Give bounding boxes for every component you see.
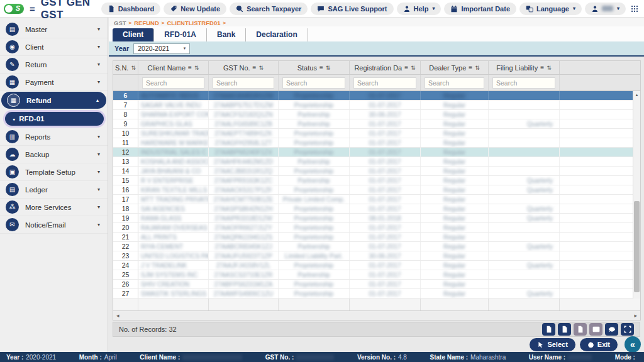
- sort-icon[interactable]: ⇅: [475, 65, 480, 71]
- sidebar-item-rfd-01[interactable]: ●RFD-01: [5, 112, 104, 126]
- sidebar-item-reports[interactable]: ▥Reports▾: [0, 128, 108, 146]
- row-sn: 20: [113, 223, 138, 232]
- search-input-dealer-type[interactable]: [425, 77, 484, 89]
- column-header-gst-no[interactable]: GST No.≡⇅: [209, 61, 279, 74]
- table-row[interactable]: 25SJM SYSTEMS INC27AASCS3710E1ZRPartners…: [113, 270, 633, 280]
- tab-declaration[interactable]: Declaration: [246, 28, 308, 41]
- table-row[interactable]: 13KOSHALA AND ASSOCI27AAHFK4462M1ZDPartn…: [113, 157, 633, 167]
- column-header-registration-date[interactable]: Registration Da≡⇅: [350, 61, 421, 74]
- sidebar-item-template-setup[interactable]: ▣Template Setup▾: [0, 163, 108, 181]
- select-button[interactable]: Select: [530, 338, 575, 351]
- horizontal-scrollbar[interactable]: ◂ ▸: [113, 311, 640, 320]
- row-cell-filing: [489, 91, 560, 100]
- sidebar-item-backup[interactable]: ☁Backup▾: [0, 146, 108, 163]
- table-row[interactable]: 22RIYA CEMENT27AABCR8345K1ZJPartnership0…: [113, 242, 633, 251]
- tab-rfd-01a[interactable]: RFD-01A: [154, 28, 207, 41]
- sidebar-item-more-services[interactable]: ⁂More Services▾: [0, 199, 108, 216]
- column-header-sn[interactable]: S.N.⇅: [113, 61, 138, 74]
- table-row[interactable]: 15R V ENTERPRISE27AAFPR9163K1ZCPartnersh…: [113, 176, 633, 185]
- sidebar-item-master[interactable]: ▤Master▾: [0, 21, 108, 38]
- column-menu-icon[interactable]: ≡: [540, 64, 544, 71]
- table-row[interactable]: 21ALL PRINTS27AAQPA1194G1ZSProprietorshi…: [113, 233, 633, 242]
- sag-logo-toggle[interactable]: S: [4, 4, 24, 14]
- table-row[interactable]: 18SAI AGENCIES27AASPS8642N1ZHProprietors…: [113, 204, 633, 214]
- table-row[interactable]: 23UNITED LOGISTICS PART27AAUFU5923T1ZPLi…: [113, 251, 633, 261]
- table-row[interactable]: 12INDUSTRIAL SALES C27AABPN5240F1ZXPropr…: [113, 148, 633, 157]
- table-row[interactable]: 14JAYA BHAVANI & CO27AACJB8151R1ZQPropri…: [113, 167, 633, 176]
- table-row[interactable]: 9GRAPHICS GLAS27AALFG6589C1ZBPartnership…: [113, 119, 633, 129]
- column-header-dealer-type[interactable]: Dealer Type≡⇅: [421, 61, 489, 74]
- search-input-status[interactable]: [282, 77, 345, 89]
- nav-new-update[interactable]: New Update: [164, 3, 226, 15]
- menu-hamburger-icon[interactable]: ≡: [30, 3, 35, 14]
- fullscreen-button[interactable]: [621, 323, 634, 336]
- table-row[interactable]: 27SWASTIK STERLINGS27AAWFS4906C1ZUPropri…: [113, 289, 633, 299]
- column-menu-icon[interactable]: ≡: [319, 64, 323, 71]
- row-sn: 6: [113, 91, 138, 100]
- sidebar-item-return-label: Return: [25, 61, 91, 69]
- sidebar-item-payment[interactable]: ▦Payment▾: [0, 74, 108, 91]
- column-menu-icon[interactable]: ≡: [253, 64, 257, 71]
- export-pdf-button[interactable]: [558, 323, 571, 336]
- nav-help[interactable]: Help▾: [397, 3, 441, 15]
- nav-language[interactable]: Language▾: [519, 3, 582, 15]
- tab-bank[interactable]: Bank: [207, 28, 246, 41]
- table-row[interactable]: 24J V TRADELINK27AAJFJ4158V1ZLProprietor…: [113, 261, 633, 270]
- nav-apps[interactable]: [629, 3, 640, 15]
- table-row[interactable]: 8SHARMA EXPORT CON27AACFS2182Q1ZNPartner…: [113, 110, 633, 119]
- table-row[interactable]: 19RAMA GLASS27AAIPR3318D1ZWProprietorshi…: [113, 214, 633, 223]
- scroll-right-icon[interactable]: ▸: [634, 313, 637, 319]
- sidebar-item-refund[interactable]: ▦Refund▴: [1, 92, 106, 109]
- sort-icon[interactable]: ⇅: [547, 65, 552, 71]
- sort-icon[interactable]: ⇅: [326, 65, 331, 71]
- column-menu-icon[interactable]: ≡: [188, 64, 192, 71]
- year-select[interactable]: 2020-2021 ▾: [133, 43, 190, 54]
- column-header-status[interactable]: Status≡⇅: [279, 61, 350, 74]
- nav-search-taxpayer[interactable]: Search Taxpayer: [230, 3, 308, 15]
- column-menu-icon[interactable]: ≡: [469, 64, 472, 71]
- sidebar-item-client[interactable]: ◉Client▾: [0, 38, 108, 56]
- vertical-scrollbar[interactable]: ▴: [633, 91, 640, 299]
- breadcrumb-item-refund[interactable]: REFUND: [134, 19, 159, 26]
- column-menu-icon[interactable]: ≡: [404, 64, 408, 71]
- vertical-scroll-thumb[interactable]: [634, 201, 640, 292]
- summary-cell: [421, 299, 489, 310]
- table-row[interactable]: 7SAGAR VALVE INDU27AABPS7517D1ZMPropriet…: [113, 101, 633, 110]
- nav-sag-live-support[interactable]: SAG Live Support: [311, 3, 393, 15]
- table-row[interactable]: 26SHIV CREATION27ABFPS6231M1ZAProprietor…: [113, 280, 633, 289]
- scroll-up-icon[interactable]: ▴: [633, 91, 640, 99]
- collapse-panel-button[interactable]: «: [625, 336, 641, 353]
- search-input-gst-no[interactable]: [213, 77, 274, 89]
- row-cell-reg: 01-07-2017: [350, 195, 421, 204]
- table-row[interactable]: 11HARDWARE M MARKETING27AAGFH2958L1ZTPro…: [113, 138, 633, 148]
- search-input-client-name[interactable]: [142, 77, 204, 89]
- breadcrumb-item-clientlistrfd01[interactable]: CLIENTLISTRFD01: [167, 19, 220, 26]
- column-header-client-name[interactable]: Client Name≡⇅: [138, 61, 209, 74]
- nav-important-date[interactable]: Important Date: [444, 3, 516, 15]
- search-input-registration-date[interactable]: [353, 77, 416, 89]
- hide-columns-button[interactable]: [605, 323, 618, 336]
- table-row[interactable]: 20RAJARAM OVERSEAS27AAOFR6627J1ZYProprie…: [113, 223, 633, 233]
- tab-client[interactable]: Client: [113, 28, 154, 41]
- column-header-filing-liability[interactable]: Filing Liability≡⇅: [489, 61, 560, 74]
- sidebar-item-ledger[interactable]: ▤Ledger▾: [0, 181, 108, 199]
- exit-button[interactable]: Exit: [580, 338, 618, 351]
- nav-user[interactable]: ▾: [585, 3, 626, 15]
- sidebar-item-notice-email[interactable]: ✉Notice/Email▾: [0, 216, 108, 234]
- sidebar-item-return[interactable]: ✎Return▾: [0, 56, 108, 74]
- sort-icon[interactable]: ⇅: [411, 65, 416, 71]
- scroll-left-icon[interactable]: ◂: [116, 313, 119, 319]
- export-word-button[interactable]: [574, 323, 587, 336]
- table-row[interactable]: 16KIRAN TEXTILE MILLS27AAACK5317P1ZFProp…: [113, 185, 633, 195]
- search-input-filing-liability[interactable]: [492, 77, 555, 89]
- row-cell-status: Partnership: [279, 110, 350, 119]
- sort-icon[interactable]: ⇅: [258, 65, 264, 71]
- sort-icon[interactable]: ⇅: [194, 65, 199, 71]
- table-row[interactable]: 10SURESHKUMAR TRADERS27AAEPT7489H1ZKProp…: [113, 129, 633, 138]
- table-row[interactable]: 17MTT TRADING PRIVATE27AAHCM7750B1ZEPriv…: [113, 195, 633, 204]
- nav-dashboard[interactable]: Dashboard: [101, 3, 160, 15]
- sort-icon[interactable]: ⇅: [131, 65, 136, 71]
- mail-button[interactable]: [589, 323, 602, 336]
- export-excel-button[interactable]: [542, 323, 555, 336]
- table-row[interactable]: 6AUTOMATIC INDUS27AAACA4453H1ZWProprieto…: [113, 91, 633, 101]
